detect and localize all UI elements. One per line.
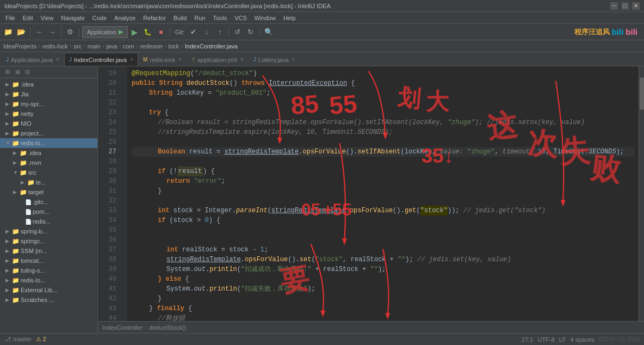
menu-analyze[interactable]: Analyze (111, 14, 139, 22)
breadcrumb-method[interactable]: deductStock() (149, 324, 186, 331)
tab-application-yml[interactable]: Y application.yml × (187, 53, 248, 66)
tree-item-src[interactable]: ▼ 📁 src (0, 168, 97, 177)
search-btn[interactable]: 🔍 (263, 26, 275, 38)
tab-close-lottery-icon[interactable]: × (292, 57, 295, 63)
breadcrumb-src[interactable]: src (73, 43, 82, 50)
tree-item-myspr[interactable]: ▶ 📁 my-spr... (0, 99, 97, 109)
code-container[interactable]: 19 20 21 22 23 24 25 26 27 28 29 30 31 3… (98, 66, 644, 321)
editor-area[interactable]: 19 20 21 22 23 24 25 26 27 28 29 30 31 3… (98, 66, 644, 333)
folder-icon: 📁 (20, 159, 27, 167)
tab-close-yml-icon[interactable]: × (240, 57, 244, 63)
tab-redis-lock[interactable]: M redis-lock × (138, 53, 187, 66)
menu-window[interactable]: Window (251, 14, 279, 22)
close-button[interactable]: ✕ (632, 2, 640, 10)
code-line-26 (132, 137, 634, 147)
settings-btn[interactable]: ⚙ (64, 26, 76, 38)
menu-run[interactable]: Run (191, 14, 208, 22)
scrollbar-thumb[interactable] (640, 77, 644, 110)
tree-item-netty[interactable]: ▶ 📁 netty (0, 109, 97, 119)
run-btn[interactable]: ▶ (129, 26, 141, 38)
tree-item-tomcat[interactable]: ▶ 📁 tomcat... (0, 256, 97, 266)
breadcrumb-com[interactable]: com (123, 43, 134, 50)
tab-close-icon[interactable]: × (56, 57, 59, 63)
git-commit-btn[interactable]: ✔ (188, 26, 200, 38)
tree-item-tuling[interactable]: ▶ 📁 tuling-s... (0, 266, 97, 275)
menu-file[interactable]: File (2, 14, 18, 22)
breadcrumb-ideaprojects[interactable]: IdeaProjects (3, 43, 36, 50)
breadcrumb-java[interactable]: java (106, 43, 117, 50)
tab-close-redis-icon[interactable]: × (178, 57, 182, 63)
tree-item-springb[interactable]: ▶ 📁 spring-b... (0, 226, 97, 236)
tab-indexcontroller-java[interactable]: J IndexController.java × (64, 53, 138, 66)
vertical-scrollbar[interactable] (639, 66, 644, 321)
git-push-btn[interactable]: ↑ (214, 26, 226, 38)
menu-code[interactable]: Code (89, 14, 110, 22)
tree-item-springc[interactable]: ▶ 📁 springc... (0, 236, 97, 246)
folder-icon: 📁 (12, 287, 20, 294)
maximize-button[interactable]: □ (621, 2, 629, 10)
tree-item-external-lib[interactable]: ▶ 📁 External Lib... (0, 285, 97, 295)
tree-arrow-icon: ▶ (5, 121, 11, 126)
tree-item-redis-lock[interactable]: ▼ 📁 redis-lo... (0, 138, 97, 148)
tree-item-pom[interactable]: 📄 pom... (0, 207, 97, 217)
separator-1 (30, 27, 30, 37)
code-line-24: //Boolean result = stringRedisTemplate.o… (132, 118, 634, 127)
tree-item-te[interactable]: ▶ 📁 te... (0, 177, 97, 187)
breadcrumb-redisson[interactable]: redisson (140, 43, 163, 50)
tree-item-idea[interactable]: ▶ 📁 .idea (0, 79, 97, 89)
sidebar-gear-icon[interactable]: ⚙ (3, 68, 12, 77)
code-editor[interactable]: @RequestMapping("/deduct_stock") public … (127, 66, 639, 321)
back-btn[interactable]: ← (33, 26, 45, 38)
forward-btn[interactable]: → (46, 26, 58, 38)
menu-view[interactable]: View (38, 14, 57, 22)
menu-build[interactable]: Build (170, 14, 190, 22)
tab-label-yml: application.yml (197, 57, 237, 63)
tab-application-java[interactable]: J Application.java × (1, 53, 64, 66)
tree-item-jta[interactable]: ▶ 📁 Jta (0, 89, 97, 99)
tab-lottery-java[interactable]: J Lottery.java × (249, 53, 300, 66)
tree-item-ssm[interactable]: ▶ 📁 SSM [m... (0, 246, 97, 256)
menu-tools[interactable]: Tools (209, 14, 230, 22)
minimize-button[interactable]: ─ (610, 2, 618, 10)
breadcrumb-bar: IdeaProjects › redis-lock › src › main ›… (0, 40, 644, 52)
stop-btn[interactable]: ■ (155, 26, 167, 38)
git-update-btn[interactable]: ↓ (201, 26, 213, 38)
tree-item-project[interactable]: ▶ 📁 project... (0, 128, 97, 138)
code-line-42: } (132, 294, 634, 304)
breadcrumb-lock[interactable]: lock (169, 43, 179, 50)
status-git: ⎇ master (4, 336, 32, 343)
undo-btn[interactable]: ↺ (232, 26, 244, 38)
tree-item-redis-file[interactable]: 📄 redis... (0, 217, 97, 226)
window-controls[interactable]: ─ □ ✕ (610, 2, 640, 10)
tree-item-mvn[interactable]: ▶ 📁 .mvn (0, 158, 97, 168)
tree-item-scratches[interactable]: ▶ 📁 Scratches ... (0, 295, 97, 305)
menu-navigate[interactable]: Navigate (58, 14, 88, 22)
tree-arrow-expanded-icon: ▼ (13, 170, 18, 175)
folder-icon: 📁 (12, 140, 20, 147)
run-config-button[interactable]: Application ▶ (82, 26, 128, 38)
breadcrumb-indexcontroller[interactable]: IndexController.java (185, 43, 238, 50)
menu-vcs[interactable]: VCS (231, 14, 250, 22)
tree-item-idea2[interactable]: ▶ 📁 .idea (0, 148, 97, 158)
menu-edit[interactable]: Edit (20, 14, 36, 22)
breadcrumb-class[interactable]: IndexController (102, 324, 143, 331)
menu-help[interactable]: Help (280, 14, 299, 22)
tree-item-redis-lo2[interactable]: ▶ 📁 redis-lo... (0, 275, 97, 285)
breadcrumb-main[interactable]: main (88, 43, 101, 50)
debug-btn[interactable]: 🐛 (142, 26, 154, 38)
bili-branding: 程序汪追风 bilibili (570, 26, 642, 38)
tree-item-gitc[interactable]: 📄 .gitc... (0, 197, 97, 207)
new-project-btn[interactable]: 📁 (2, 26, 14, 38)
tree-item-nio[interactable]: ▶ 📁 NIO (0, 119, 97, 128)
git-label: Git: (173, 29, 187, 35)
redo-btn[interactable]: ↻ (245, 26, 257, 38)
tree-arrow-icon: ▶ (5, 258, 11, 263)
tab-close-active-icon[interactable]: × (130, 57, 133, 63)
sidebar-collapse-icon[interactable]: ⊟ (23, 68, 32, 77)
tree-arrow-icon: ▶ (5, 111, 11, 116)
tree-item-target[interactable]: ▶ 📁 target (0, 187, 97, 197)
sidebar-expand-icon[interactable]: ⊞ (13, 68, 22, 77)
menu-refactor[interactable]: Refactor (140, 14, 169, 22)
open-btn[interactable]: 📂 (15, 26, 27, 38)
breadcrumb-redis-lock[interactable]: redis-lock (42, 43, 68, 50)
